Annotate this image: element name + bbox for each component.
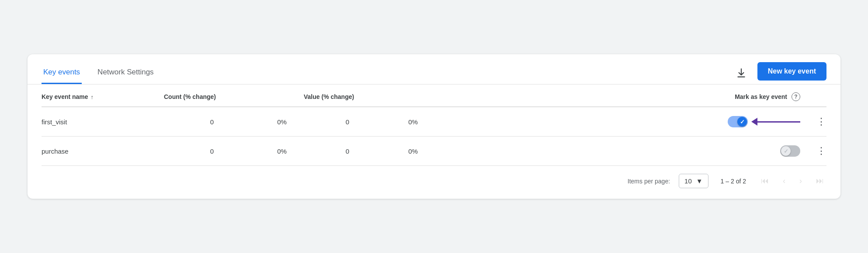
first-page-button[interactable]: ⏮ [758, 175, 771, 187]
table-header: Key event name ↑ Count (% change) Value … [42, 84, 826, 107]
tab-key-events[interactable]: Key events [42, 63, 82, 84]
help-icon[interactable]: ? [792, 92, 800, 101]
items-per-page-select[interactable]: 10 ▼ [679, 174, 708, 188]
row-value-first-visit: 0 [304, 118, 391, 126]
more-menu-purchase[interactable]: ⋮ [816, 145, 826, 157]
last-page-button[interactable]: ⏭ [813, 175, 826, 187]
tab-network-settings[interactable]: Network Settings [96, 63, 156, 84]
row-name-first-visit: first_visit [42, 118, 164, 126]
new-key-event-button[interactable]: New key event [757, 62, 826, 81]
row-actions-purchase: ⋮ [800, 145, 826, 157]
toggle-first-visit[interactable]: ✓ [728, 116, 748, 127]
toggle-wrap-purchase: ✓ [780, 145, 800, 157]
toggle-knob-purchase: ✓ [781, 146, 791, 156]
table-row: purchase 0 0% 0 0% ✓ ⋮ [42, 137, 826, 166]
arrow-wrap [757, 121, 800, 123]
col-header-count: Count (% change) [164, 93, 260, 100]
toggle-wrap-first-visit: ✓ [728, 116, 800, 127]
toggle-knob-first-visit: ✓ [737, 117, 747, 126]
items-per-page-value: 10 [684, 177, 692, 185]
next-page-button[interactable]: › [797, 175, 805, 187]
col-header-name: Key event name ↑ [42, 93, 164, 100]
col-header-mark: Mark as key event ? [435, 92, 800, 101]
arrow-line [757, 121, 800, 123]
row-name-purchase: purchase [42, 148, 164, 155]
table-area: Key event name ↑ Count (% change) Value … [28, 84, 840, 199]
row-actions-first-visit: ⋮ [800, 116, 826, 127]
tabs-row: Key events Network Settings New key even… [28, 54, 840, 84]
row-count-pct-first-visit: 0% [260, 118, 304, 126]
toggle-purchase[interactable]: ✓ [780, 145, 800, 157]
table-footer: Items per page: 10 ▼ 1 – 2 of 2 ⏮ ‹ › ⏭ [42, 166, 826, 199]
sort-icon: ↑ [91, 94, 94, 100]
row-count-first-visit: 0 [164, 118, 260, 126]
table-row: first_visit 0 0% 0 0% ✓ [42, 107, 826, 137]
chevron-down-icon: ▼ [696, 177, 703, 185]
main-card: Key events Network Settings New key even… [28, 54, 840, 199]
download-icon [736, 67, 747, 79]
items-per-page-label: Items per page: [628, 178, 670, 185]
check-icon-first-visit: ✓ [740, 119, 745, 125]
row-value-pct-first-visit: 0% [391, 118, 435, 126]
more-menu-first-visit[interactable]: ⋮ [816, 116, 826, 127]
page-info: 1 – 2 of 2 [721, 178, 746, 185]
check-icon-purchase: ✓ [784, 148, 788, 155]
row-value-purchase: 0 [304, 148, 391, 155]
col-header-value: Value (% change) [304, 93, 391, 100]
row-mark-first-visit: ✓ [435, 116, 800, 127]
row-value-pct-purchase: 0% [391, 148, 435, 155]
row-mark-purchase: ✓ [435, 145, 800, 157]
row-count-pct-purchase: 0% [260, 148, 304, 155]
prev-page-button[interactable]: ‹ [780, 175, 788, 187]
row-count-purchase: 0 [164, 148, 260, 155]
download-button[interactable] [732, 64, 750, 82]
